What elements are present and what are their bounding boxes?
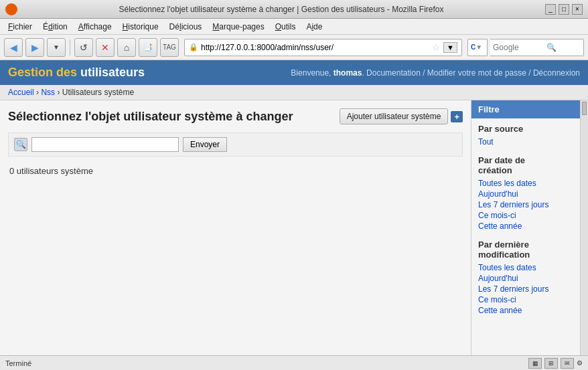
filter-modification-7days[interactable]: Les 7 derniers jours [478,284,581,294]
title-bar: Sélectionnez l'objet utilisateur système… [0,0,588,19]
grid-icon: ⊞ [544,358,558,369]
search-toolbar[interactable]: 🔍 [490,39,584,56]
breadcrumb-current: Utilisateurs système [62,88,134,97]
mail-icon: ✉ [561,358,574,369]
username-text: thomas [334,68,362,78]
change-password-link[interactable]: Modifier votre mot de passe [427,68,526,78]
filter-modification-today[interactable]: Aujourd'hui [478,273,581,284]
filter-modification-year[interactable]: Cette année [478,305,581,316]
site-title: Gestion des utilisateurs [8,66,145,80]
send-button[interactable]: Envoyer [183,137,227,152]
close-button[interactable]: × [572,4,583,15]
menu-bar: Fichier Édition Affichage Historique Dél… [0,19,588,35]
menu-aide[interactable]: Aide [301,21,327,33]
add-user-button[interactable]: Ajouter utilisateur système [340,108,449,124]
breadcrumb: Accueil › Nss › Utilisateurs système [0,85,588,100]
status-text: Terminé [5,359,31,367]
menu-delicious[interactable]: Délicious [164,21,208,33]
filter-creation-month[interactable]: Ce mois-ci [478,210,581,221]
star-icon[interactable]: ☆ [432,42,441,53]
stop-button[interactable]: ✕ [96,38,115,57]
status-bar: Terminé ▦ ⊞ ✉ ⚙ [0,355,588,370]
breadcrumb-app[interactable]: Nss [41,88,55,97]
separator [70,39,70,56]
filter-section-modification: Par dernièremodification Toutes les date… [471,234,588,318]
settings-icon[interactable]: ⚙ [577,359,583,367]
menu-edition[interactable]: Édition [38,21,73,33]
search-toolbar-input[interactable] [493,43,546,52]
sidebar-scrollbar[interactable] [580,100,588,355]
window-controls[interactable]: _ □ × [545,4,583,15]
filter-sidebar: Filtre Par source Tout Par date decréati… [471,100,588,355]
content-area: Gestion des utilisateurs Bienvenue, thom… [0,60,588,355]
filter-creation-title: Par date decréation [478,155,581,175]
filter-creation-year[interactable]: Cette année [478,221,581,232]
filter-source-title: Par source [478,124,581,134]
welcome-text: Bienvenue, [291,68,331,78]
search-icon: 🔍 [14,138,27,151]
filter-modification-title: Par dernièremodification [478,240,581,260]
left-panel: Sélectionnez l'objet utilisateur système… [0,100,471,355]
search-row: 🔍 Envoyer [8,132,463,157]
filter-source-all[interactable]: Tout [478,136,581,147]
filter-header: Filtre [471,100,588,118]
firefox-logo [5,3,17,15]
filter-section-source: Par source Tout [471,118,588,150]
site-header: Gestion des utilisateurs Bienvenue, thom… [0,60,588,85]
filter-modification-month[interactable]: Ce mois-ci [478,294,581,305]
status-icons: ▦ ⊞ ✉ ⚙ [528,358,583,369]
bookmark-button[interactable]: 📑 [139,38,157,57]
menu-historique[interactable]: Historique [117,21,164,33]
monitor-icon: ▦ [528,358,542,369]
logout-link[interactable]: Déconnexion [533,68,580,78]
lock-icon: 🔒 [189,43,198,52]
maximize-button[interactable]: □ [559,4,569,15]
toolbar: ◀ ▶ ▼ ↺ ✕ ⌂ 📑 TAG 🔒 http://127.0.0.1:800… [0,35,588,60]
result-count: 0 utilisateurs système [8,163,463,179]
dropdown-button[interactable]: ▼ [47,38,66,57]
doc-link[interactable]: Documentation [366,68,421,78]
site-nav: Bienvenue, thomas. Documentation / Modif… [291,68,580,78]
filter-modification-all[interactable]: Toutes les dates [478,262,581,273]
minimize-button[interactable]: _ [545,4,556,15]
main-layout: Sélectionnez l'objet utilisateur système… [0,100,588,355]
filter-section-creation: Par date decréation Toutes les dates Auj… [471,150,588,234]
tag-button[interactable]: TAG [160,38,179,57]
address-text: http://127.0.0.1:8000/admin/nss/user/ [201,43,432,52]
add-plus-icon[interactable]: + [451,111,463,122]
search-toolbar-icon[interactable]: 🔍 [546,43,557,52]
home-button[interactable]: ⌂ [117,38,136,57]
menu-outils[interactable]: Outils [270,21,301,33]
filter-creation-7days[interactable]: Les 7 derniers jours [478,199,581,210]
window-title: Sélectionnez l'objet utilisateur système… [17,5,545,14]
ie-icon: C [471,43,475,51]
back-button[interactable]: ◀ [4,38,23,57]
address-dropdown[interactable]: ▼ [443,42,457,53]
menu-affichage[interactable]: Affichage [73,21,117,33]
menu-fichier[interactable]: Fichier [3,21,38,33]
reload-button[interactable]: ↺ [74,38,93,57]
page-title: Sélectionnez l'objet utilisateur système… [8,110,293,124]
filter-creation-today[interactable]: Aujourd'hui [478,189,581,199]
filter-creation-all[interactable]: Toutes les dates [478,178,581,189]
menu-marque-pages[interactable]: Marque-pages [207,21,269,33]
breadcrumb-home[interactable]: Accueil [8,88,34,97]
page-heading: Sélectionnez l'objet utilisateur système… [8,108,463,124]
search-input[interactable] [31,137,179,152]
forward-button[interactable]: ▶ [25,38,44,57]
